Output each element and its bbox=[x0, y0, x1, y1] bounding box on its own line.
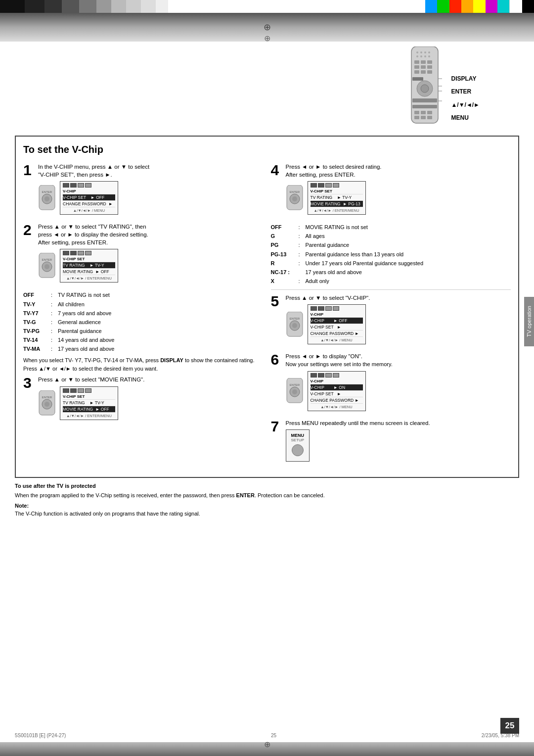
step-3-text: Press ▲ or ▼ to select "MOVIE RATING". bbox=[38, 376, 264, 383]
side-label: TV operation bbox=[524, 297, 534, 346]
step-5-screen: V-CHIP V-CHIP ► OFF V-CHIP SET ► CHANGE … bbox=[308, 304, 366, 344]
step-5-body: Press ▲ or ▼ to select "V-CHIP". ENTER bbox=[286, 294, 511, 346]
step-5-remote: ENTER bbox=[286, 312, 304, 337]
svg-rect-28 bbox=[427, 116, 432, 119]
remote-drawing bbox=[407, 47, 442, 126]
svg-text:ENTER: ENTER bbox=[289, 190, 300, 193]
color-block-cyan bbox=[497, 0, 509, 13]
svg-point-8 bbox=[428, 55, 430, 57]
step-2-number: 2 bbox=[23, 223, 35, 284]
step-1-remote: ENTER bbox=[38, 185, 56, 211]
svg-text:ENTER: ENTER bbox=[42, 190, 52, 193]
step-4-mockup: ENTER V-CHIP SET TV RATING ► TV-Y bbox=[286, 181, 511, 215]
step-3-remote: ENTER bbox=[38, 390, 56, 416]
page-number-badge: 25 bbox=[500, 718, 519, 734]
svg-rect-15 bbox=[414, 70, 419, 74]
step-2-text: Press ▲ or ▼ to select "TV RATING", then… bbox=[38, 223, 264, 246]
svg-point-1 bbox=[416, 51, 418, 53]
footer-text: When the program applied to the V-Chip s… bbox=[15, 491, 519, 500]
step-5-text: Press ▲ or ▼ to select "V-CHIP". bbox=[286, 294, 511, 302]
color-block-7 bbox=[111, 0, 126, 13]
color-block-6 bbox=[96, 0, 111, 13]
footer-note: Note:The V-Chip function is activated on… bbox=[15, 502, 519, 518]
step-7: 7 Press MENU repeatedly until the menu s… bbox=[271, 419, 511, 464]
color-block-red bbox=[449, 0, 461, 13]
svg-rect-14 bbox=[427, 65, 432, 69]
color-block-yellow bbox=[473, 0, 485, 13]
top-compass: ⊕ bbox=[264, 34, 270, 43]
step-6: 6 Press ◄ or ► to display "ON".Now your … bbox=[271, 352, 511, 413]
svg-point-55 bbox=[292, 389, 297, 394]
color-block-green bbox=[437, 0, 449, 13]
step-6-number: 6 bbox=[271, 352, 283, 413]
divider-1 bbox=[271, 289, 511, 290]
svg-rect-11 bbox=[427, 60, 432, 64]
section-title: To set the V-Chip bbox=[23, 144, 511, 155]
step-4-number: 4 bbox=[271, 163, 283, 217]
right-column: 4 Press ◄ or ► to select desired rating.… bbox=[271, 163, 511, 470]
enter-label: ENTER bbox=[451, 85, 480, 98]
color-block-1 bbox=[0, 0, 25, 13]
step-6-text: Press ◄ or ► to display "ON".Now your se… bbox=[286, 352, 511, 368]
step-1-screen: V-CHIP V-CHIP SET ► OFF CHANGE PASSWORD … bbox=[60, 181, 118, 215]
color-block-8 bbox=[126, 0, 141, 13]
color-block-4 bbox=[62, 0, 79, 13]
svg-point-7 bbox=[424, 55, 426, 57]
bottom-compass: ⊕ bbox=[264, 740, 270, 749]
color-block-magenta bbox=[486, 0, 497, 13]
step-2-screen: V-CHIP SET TV RATING ► TV-Y MOVIE RATING… bbox=[60, 249, 118, 283]
step-2-ratings-list: OFF:TV RATING is not set TV-Y:All childr… bbox=[23, 290, 264, 353]
svg-rect-18 bbox=[412, 77, 423, 81]
svg-rect-21 bbox=[412, 98, 437, 102]
svg-rect-10 bbox=[421, 60, 426, 64]
step-6-body: Press ◄ or ► to display "ON".Now your se… bbox=[286, 352, 511, 413]
step-3-body: Press ▲ or ▼ to select "MOVIE RATING". E… bbox=[38, 376, 264, 422]
svg-point-3 bbox=[424, 51, 426, 53]
svg-rect-26 bbox=[414, 116, 419, 119]
color-block-10 bbox=[156, 0, 168, 13]
two-column-layout: 1 In the V-CHIP menu, press ▲ or ▼ to se… bbox=[23, 163, 511, 470]
step-5-number: 5 bbox=[271, 294, 283, 346]
step-4-screen: V-CHIP SET TV RATING ► TV-Y MOVIE RATING… bbox=[308, 181, 366, 215]
svg-rect-22 bbox=[412, 105, 437, 108]
svg-point-43 bbox=[44, 402, 49, 407]
arrows-label: ▲/▼/◄/► bbox=[451, 98, 480, 111]
svg-rect-23 bbox=[414, 111, 419, 114]
svg-point-51 bbox=[292, 323, 297, 328]
svg-point-6 bbox=[420, 55, 422, 57]
step-2-note: When you select TV- Y7, TV-PG, TV-14 or … bbox=[23, 356, 264, 373]
footer-left: 5S00101B [E] (P24-27) bbox=[15, 733, 66, 738]
step-4-ratings-list: OFF:MOVIE RATING is not set G:All ages P… bbox=[271, 223, 511, 285]
svg-rect-27 bbox=[421, 116, 426, 119]
step-1-mockup: ENTER V-CHIP V-CHIP SET ► OFF C bbox=[38, 181, 264, 215]
svg-rect-24 bbox=[421, 111, 426, 114]
color-block-orange bbox=[461, 0, 473, 13]
step-7-mockup: MENU SETUP bbox=[286, 429, 511, 462]
svg-rect-17 bbox=[427, 70, 432, 74]
step-3-mockup: ENTER V-CHIP SET TV RATING ► TV-Y bbox=[38, 386, 264, 420]
svg-text:ENTER: ENTER bbox=[289, 383, 300, 386]
color-block-blue bbox=[425, 0, 437, 13]
svg-text:ENTER: ENTER bbox=[289, 317, 300, 320]
step-2-body: Press ▲ or ▼ to select "TV RATING", then… bbox=[38, 223, 264, 284]
svg-text:ENTER: ENTER bbox=[42, 396, 52, 399]
step-2-remote: ENTER bbox=[38, 253, 56, 279]
svg-point-2 bbox=[420, 51, 422, 53]
color-block-9 bbox=[141, 0, 156, 13]
step-2-mockup: ENTER V-CHIP SET TV RATING ► TV-Y bbox=[38, 249, 264, 283]
step-3-screen: V-CHIP SET TV RATING ► TV-Y MOVIE RATING… bbox=[60, 386, 118, 420]
svg-rect-16 bbox=[421, 70, 426, 74]
svg-point-4 bbox=[428, 51, 430, 53]
svg-rect-13 bbox=[421, 65, 426, 69]
step-4-text: Press ◄ or ► to select desired rating.Af… bbox=[286, 163, 511, 179]
step-3: 3 Press ▲ or ▼ to select "MOVIE RATING".… bbox=[23, 376, 264, 422]
svg-point-39 bbox=[44, 264, 49, 269]
step-5: 5 Press ▲ or ▼ to select "V-CHIP". ENTER bbox=[271, 294, 511, 346]
page-footer: 5S00101B [E] (P24-27) 25 2/23/05, 5:38 P… bbox=[0, 731, 534, 740]
color-block-2 bbox=[25, 0, 44, 13]
left-column: 1 In the V-CHIP menu, press ▲ or ▼ to se… bbox=[23, 163, 264, 470]
main-section: To set the V-Chip 1 In the V-CHIP menu, … bbox=[15, 136, 519, 478]
svg-text:ENTER: ENTER bbox=[42, 258, 52, 261]
step-5-mockup: ENTER V-CHIP V-CHIP ► OFF V bbox=[286, 304, 511, 344]
svg-point-20 bbox=[421, 85, 429, 93]
